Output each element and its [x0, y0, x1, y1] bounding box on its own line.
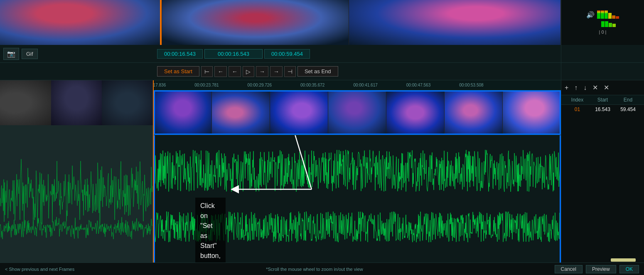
left-thumb-1 [0, 80, 51, 125]
tc-5: 00:00:47.563 [406, 83, 430, 87]
index-cell-start: 16.543 [590, 107, 615, 112]
ok-button[interactable]: OK [619, 265, 639, 273]
index-row-1[interactable]: 01 16.543 59.454 [561, 105, 644, 114]
nav-center: Set as Start ⊢ ← ← ▷ → → ⊣ Set as End [154, 63, 561, 80]
main-waveform-canvas [154, 135, 561, 263]
tt-1 [154, 90, 212, 135]
tt-5 [386, 90, 445, 135]
col-index: Index [565, 97, 590, 103]
nav-left-spacer [0, 63, 154, 80]
volume-icon[interactable]: 🔊 [586, 11, 595, 19]
main-area: 00:00:17.836 00:00:23.781 00:00:29.726 0… [0, 80, 644, 263]
bottom-bar: < Show previous and next Frames *Scroll … [0, 263, 644, 275]
nav-prev-small[interactable]: ← [229, 66, 241, 77]
time-start-display[interactable]: 00:00:16.543 [157, 49, 203, 59]
nav-controls-row: Set as Start ⊢ ← ← ▷ → → ⊣ Set as End [0, 63, 644, 80]
preview-button[interactable]: Preview [586, 265, 616, 273]
level-meter-2 [601, 21, 616, 27]
nav-next-large[interactable]: → [270, 66, 283, 77]
nav-next-small[interactable]: → [256, 66, 268, 77]
tc-4: 00:00:41.617 [353, 83, 377, 87]
controls-row: 📷 Gif 00:00:16.543 00:00:16.543 00:00:59… [0, 45, 644, 63]
volume-number: | 0 | [599, 30, 607, 35]
index-scrollbar[interactable] [561, 258, 644, 263]
right-placeholder-top [561, 45, 644, 62]
left-tool-section: 📷 Gif [0, 45, 154, 62]
cancel-button[interactable]: Cancel [555, 265, 583, 273]
nav-right-spacer [561, 63, 644, 80]
volume-panel: 🔊 | 0 | [561, 0, 644, 45]
timecode-ruler: 00:00:17.836 00:00:23.781 00:00:29.726 0… [154, 80, 561, 90]
nav-go-end[interactable]: ⊣ [284, 66, 296, 77]
tt-7 [503, 90, 561, 135]
index-scrollbar-thumb[interactable] [611, 258, 636, 262]
tt-2 [212, 90, 270, 135]
tc-6: 00:00:53.508 [459, 83, 483, 87]
index-up-button[interactable]: ↑ [573, 83, 579, 92]
center-controls: 00:00:16.543 00:00:16.543 00:00:59.454 [154, 45, 561, 62]
tt-6 [445, 90, 503, 135]
video-thumb-3 [349, 0, 561, 45]
video-thumb-1 [0, 0, 162, 45]
tt-3 [270, 90, 328, 135]
index-cell-index: 01 [565, 107, 590, 112]
top-video-strip: 🔊 | 0 | [0, 0, 644, 45]
index-down-button[interactable]: ↓ [582, 83, 588, 92]
index-empty-space [561, 114, 644, 258]
set-end-button[interactable]: Set as End [297, 66, 338, 77]
waveform-container[interactable]: Click on "Set as Start" button, or move … [154, 135, 561, 263]
tt-4 [328, 90, 386, 135]
tc-1: 00:00:23.781 [194, 83, 219, 87]
right-index-panel: + ↑ ↓ ✕ ✕ Index Start End 01 16.543 59.4… [561, 80, 644, 263]
col-end: End [615, 97, 641, 103]
gif-button[interactable]: Gif [22, 49, 38, 59]
bottom-middle-text: *Scroll the mouse wheel to zoom in/out t… [266, 267, 363, 272]
nav-play[interactable]: ▷ [243, 66, 254, 77]
index-table-header: Index Start End [561, 95, 644, 105]
main-timeline[interactable]: 00:00:17.836 00:00:23.781 00:00:29.726 0… [154, 80, 561, 263]
camera-button[interactable]: 📷 [3, 48, 19, 60]
time-current-display[interactable]: 00:00:16.543 [204, 49, 263, 59]
level-meter [597, 10, 619, 19]
index-cell-end: 59.454 [615, 107, 641, 112]
left-thumb-3 [102, 80, 153, 125]
tc-2: 00:00:29.726 [248, 83, 272, 87]
index-add-button[interactable]: + [563, 83, 570, 92]
index-toolbar: + ↑ ↓ ✕ ✕ [561, 80, 644, 95]
bottom-left-text: < Show previous and next Frames [5, 267, 74, 272]
left-waveform-canvas [0, 125, 153, 263]
volume-row: 🔊 [586, 10, 619, 19]
video-thumb-2 [162, 0, 349, 45]
left-thumb-2 [51, 80, 102, 125]
nav-go-start[interactable]: ⊢ [201, 66, 213, 77]
tc-0: 00:00:17.836 [154, 83, 166, 87]
left-waveform [0, 125, 153, 263]
index-close-button[interactable]: ✕ [602, 83, 611, 92]
volume-number-row [590, 21, 616, 27]
index-delete-button[interactable]: ✕ [591, 83, 600, 92]
set-start-button[interactable]: Set as Start [157, 66, 199, 77]
tc-3: 00:00:35.672 [300, 83, 324, 87]
col-start: Start [590, 97, 615, 103]
left-panel [0, 80, 154, 263]
time-end-display[interactable]: 00:00:59.454 [264, 49, 310, 59]
nav-prev-large[interactable]: ← [214, 66, 227, 77]
left-thumb-row [0, 80, 153, 125]
bottom-buttons: Cancel Preview OK [555, 265, 639, 273]
thumb-timeline-row [154, 90, 561, 135]
